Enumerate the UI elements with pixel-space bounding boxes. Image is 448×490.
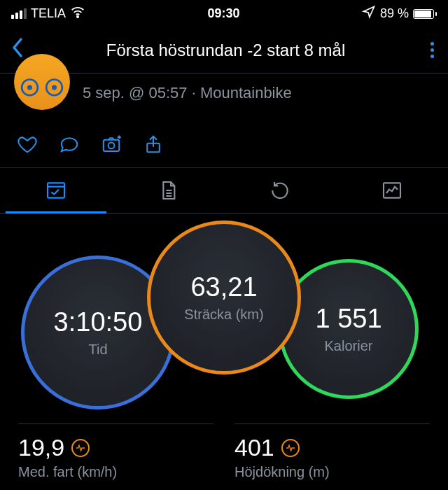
ring-distance: 63,21 Sträcka (km)	[147, 220, 301, 374]
metric-icon	[71, 439, 90, 457]
cellular-signal-icon	[11, 8, 27, 19]
elevation-value: 401	[234, 434, 274, 461]
location-icon	[362, 5, 376, 22]
tab-row	[0, 168, 448, 214]
stat-elevation[interactable]: 401 Höjdökning (m)	[234, 424, 430, 480]
svg-point-6	[108, 143, 115, 149]
like-button[interactable]	[17, 134, 38, 155]
status-time: 09:30	[207, 6, 239, 21]
activity-timestamp: 5 sep. @ 05:57 · Mountainbike	[83, 84, 292, 102]
svg-point-4	[52, 85, 57, 90]
share-button[interactable]	[143, 134, 164, 155]
avg-speed-value: 19,9	[18, 434, 64, 461]
status-right: 89 %	[362, 5, 437, 22]
action-row	[0, 122, 448, 168]
ring-calories: 1 551 Kalorier	[279, 259, 419, 399]
share-icon	[143, 134, 164, 155]
overview-icon	[45, 179, 67, 202]
status-left: TELIA	[11, 4, 85, 23]
stat-row: 19,9 Med. fart (km/h) 401 Höjdökning (m)	[0, 424, 448, 480]
heart-icon	[17, 134, 38, 155]
tab-overview[interactable]	[0, 168, 112, 213]
battery-icon	[413, 9, 437, 19]
time-label: Tid	[88, 342, 107, 358]
time-value: 3:10:50	[54, 307, 143, 337]
more-menu-button[interactable]	[428, 39, 437, 61]
camera-plus-icon	[101, 134, 122, 155]
tab-details[interactable]	[112, 168, 224, 213]
calories-label: Kalorier	[325, 338, 373, 354]
wifi-icon	[70, 4, 85, 23]
stat-avg-speed[interactable]: 19,9 Med. fart (km/h)	[18, 424, 214, 480]
metric-icon	[281, 439, 300, 457]
avg-speed-label: Med. fart (km/h)	[18, 464, 214, 480]
status-bar: TELIA 09:30 89 %	[0, 0, 448, 27]
tab-laps[interactable]	[224, 168, 336, 213]
document-icon	[157, 179, 179, 202]
avatar[interactable]	[14, 54, 70, 110]
loop-icon	[269, 179, 291, 202]
calories-value: 1 551	[315, 304, 382, 334]
distance-label: Sträcka (km)	[184, 307, 263, 323]
comment-icon	[59, 134, 80, 155]
distance-value: 63,21	[190, 272, 257, 302]
photo-button[interactable]	[101, 134, 122, 155]
battery-percent: 89 %	[380, 6, 409, 21]
back-button[interactable]	[11, 37, 24, 63]
activity-header: 5 sep. @ 05:57 · Mountainbike	[0, 74, 448, 122]
chart-icon	[381, 179, 403, 202]
svg-point-0	[77, 16, 78, 18]
svg-rect-8	[48, 183, 64, 197]
svg-rect-5	[104, 140, 120, 151]
bike-icon	[18, 66, 66, 98]
carrier-label: TELIA	[31, 6, 66, 21]
tab-charts[interactable]	[336, 168, 448, 213]
page-title: Första höstrundan -2 start 8 mål	[35, 41, 416, 60]
nav-bar: Första höstrundan -2 start 8 mål	[0, 27, 448, 73]
summary-rings: 3:10:50 Tid 63,21 Sträcka (km) 1 551 Kal…	[0, 220, 448, 424]
comment-button[interactable]	[59, 134, 80, 155]
svg-point-3	[27, 85, 32, 90]
elevation-label: Höjdökning (m)	[234, 464, 430, 480]
